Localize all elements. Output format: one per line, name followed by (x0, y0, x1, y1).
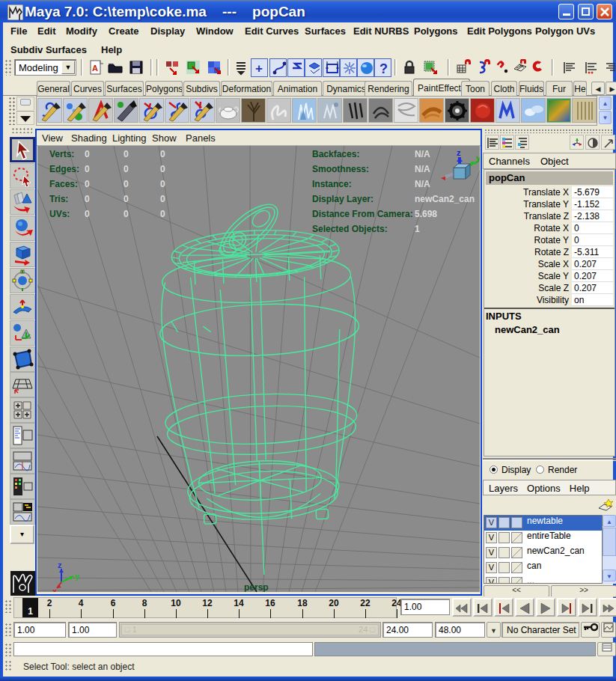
svg-text:+: + (255, 61, 263, 76)
svg-text:z: z (58, 561, 62, 569)
svg-text:A: A (92, 64, 98, 73)
svg-text:z: z (457, 150, 461, 157)
svg-text:y: y (476, 153, 480, 162)
svg-text:y: y (75, 572, 80, 581)
svg-text:x: x (52, 587, 58, 592)
svg-text:?: ? (379, 61, 388, 76)
